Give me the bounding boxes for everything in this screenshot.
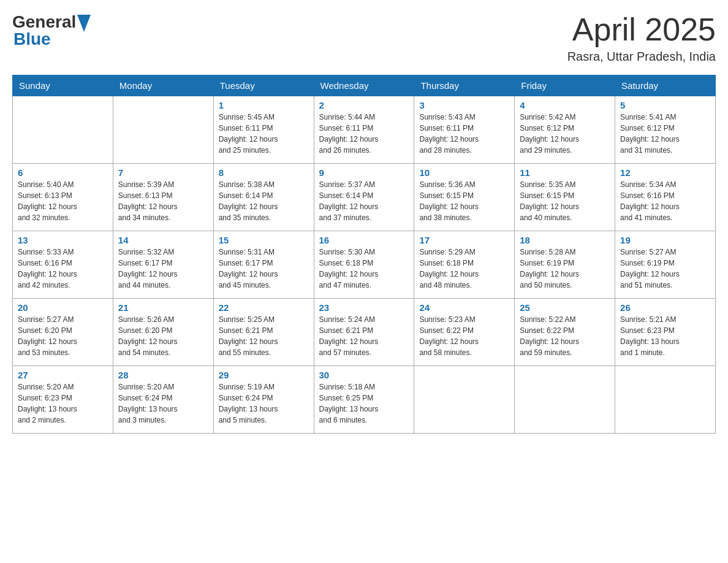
calendar-cell: 4Sunrise: 5:42 AM Sunset: 6:12 PM Daylig… [515, 96, 615, 164]
logo-triangle-icon [77, 15, 91, 32]
day-number: 3 [419, 100, 509, 110]
calendar-cell: 18Sunrise: 5:28 AM Sunset: 6:19 PM Dayli… [515, 231, 615, 299]
calendar-cell: 6Sunrise: 5:40 AM Sunset: 6:13 PM Daylig… [13, 164, 113, 231]
day-info: Sunrise: 5:44 AM Sunset: 6:11 PM Dayligh… [319, 112, 409, 156]
calendar-title: April 2025 [567, 12, 716, 47]
day-number: 27 [18, 370, 108, 380]
calendar-cell: 24Sunrise: 5:23 AM Sunset: 6:22 PM Dayli… [414, 299, 515, 366]
day-info: Sunrise: 5:22 AM Sunset: 6:22 PM Dayligh… [520, 314, 610, 358]
day-info: Sunrise: 5:21 AM Sunset: 6:23 PM Dayligh… [620, 314, 710, 358]
day-info: Sunrise: 5:35 AM Sunset: 6:15 PM Dayligh… [520, 179, 610, 223]
day-number: 19 [620, 235, 710, 245]
day-number: 22 [219, 302, 309, 313]
week-row-4: 20Sunrise: 5:27 AM Sunset: 6:20 PM Dayli… [13, 299, 716, 366]
calendar-cell [13, 96, 113, 164]
calendar-cell: 1Sunrise: 5:45 AM Sunset: 6:11 PM Daylig… [213, 96, 314, 164]
day-info: Sunrise: 5:25 AM Sunset: 6:21 PM Dayligh… [219, 314, 309, 358]
day-info: Sunrise: 5:31 AM Sunset: 6:17 PM Dayligh… [219, 247, 309, 291]
day-info: Sunrise: 5:40 AM Sunset: 6:13 PM Dayligh… [18, 179, 108, 223]
column-header-friday: Friday [515, 75, 615, 96]
column-header-thursday: Thursday [414, 75, 515, 96]
day-info: Sunrise: 5:28 AM Sunset: 6:19 PM Dayligh… [520, 247, 610, 291]
day-info: Sunrise: 5:38 AM Sunset: 6:14 PM Dayligh… [219, 179, 309, 223]
day-info: Sunrise: 5:43 AM Sunset: 6:11 PM Dayligh… [419, 112, 509, 156]
calendar-header: SundayMondayTuesdayWednesdayThursdayFrid… [13, 75, 716, 96]
day-number: 1 [219, 100, 309, 110]
day-number: 7 [118, 167, 208, 178]
calendar-cell: 19Sunrise: 5:27 AM Sunset: 6:19 PM Dayli… [615, 231, 716, 299]
day-info: Sunrise: 5:33 AM Sunset: 6:16 PM Dayligh… [18, 247, 108, 291]
title-block: April 2025 Rasra, Uttar Pradesh, India [567, 12, 716, 64]
day-info: Sunrise: 5:34 AM Sunset: 6:16 PM Dayligh… [620, 179, 710, 223]
calendar-cell: 12Sunrise: 5:34 AM Sunset: 6:16 PM Dayli… [615, 164, 716, 231]
calendar-cell: 7Sunrise: 5:39 AM Sunset: 6:13 PM Daylig… [113, 164, 213, 231]
day-number: 26 [620, 302, 710, 313]
day-number: 20 [18, 302, 108, 313]
day-info: Sunrise: 5:18 AM Sunset: 6:25 PM Dayligh… [319, 381, 409, 426]
day-info: Sunrise: 5:27 AM Sunset: 6:19 PM Dayligh… [620, 247, 710, 291]
column-header-sunday: Sunday [13, 75, 113, 96]
day-number: 4 [520, 100, 610, 110]
calendar-cell: 25Sunrise: 5:22 AM Sunset: 6:22 PM Dayli… [515, 299, 615, 366]
day-info: Sunrise: 5:32 AM Sunset: 6:17 PM Dayligh… [118, 247, 208, 291]
calendar-cell [113, 96, 213, 164]
calendar-cell: 13Sunrise: 5:33 AM Sunset: 6:16 PM Dayli… [13, 231, 113, 299]
day-number: 10 [419, 167, 509, 178]
day-number: 28 [118, 370, 208, 380]
column-header-wednesday: Wednesday [314, 75, 414, 96]
logo-blue-text: Blue [13, 29, 51, 49]
calendar-cell: 26Sunrise: 5:21 AM Sunset: 6:23 PM Dayli… [615, 299, 716, 366]
day-info: Sunrise: 5:45 AM Sunset: 6:11 PM Dayligh… [219, 112, 309, 156]
day-info: Sunrise: 5:23 AM Sunset: 6:22 PM Dayligh… [419, 314, 509, 358]
calendar-table: SundayMondayTuesdayWednesdayThursdayFrid… [12, 75, 716, 434]
week-row-2: 6Sunrise: 5:40 AM Sunset: 6:13 PM Daylig… [13, 164, 716, 231]
calendar-cell: 5Sunrise: 5:41 AM Sunset: 6:12 PM Daylig… [615, 96, 716, 164]
day-number: 14 [118, 235, 208, 245]
calendar-cell: 9Sunrise: 5:37 AM Sunset: 6:14 PM Daylig… [314, 164, 414, 231]
day-info: Sunrise: 5:41 AM Sunset: 6:12 PM Dayligh… [620, 112, 710, 156]
calendar-cell: 10Sunrise: 5:36 AM Sunset: 6:15 PM Dayli… [414, 164, 515, 231]
day-number: 16 [319, 235, 409, 245]
day-info: Sunrise: 5:36 AM Sunset: 6:15 PM Dayligh… [419, 179, 509, 223]
calendar-cell: 22Sunrise: 5:25 AM Sunset: 6:21 PM Dayli… [213, 299, 314, 366]
calendar-cell: 28Sunrise: 5:20 AM Sunset: 6:24 PM Dayli… [113, 366, 213, 434]
day-info: Sunrise: 5:26 AM Sunset: 6:20 PM Dayligh… [118, 314, 208, 358]
day-info: Sunrise: 5:20 AM Sunset: 6:24 PM Dayligh… [118, 381, 208, 426]
day-number: 12 [620, 167, 710, 178]
svg-marker-0 [77, 15, 91, 32]
calendar-cell: 11Sunrise: 5:35 AM Sunset: 6:15 PM Dayli… [515, 164, 615, 231]
day-info: Sunrise: 5:29 AM Sunset: 6:18 PM Dayligh… [419, 247, 509, 291]
day-number: 29 [219, 370, 309, 380]
day-info: Sunrise: 5:24 AM Sunset: 6:21 PM Dayligh… [319, 314, 409, 358]
calendar-body: 1Sunrise: 5:45 AM Sunset: 6:11 PM Daylig… [13, 96, 716, 434]
day-number: 11 [520, 167, 610, 178]
day-info: Sunrise: 5:20 AM Sunset: 6:23 PM Dayligh… [18, 381, 108, 426]
day-number: 9 [319, 167, 409, 178]
day-number: 6 [18, 167, 108, 178]
day-info: Sunrise: 5:42 AM Sunset: 6:12 PM Dayligh… [520, 112, 610, 156]
calendar-cell: 16Sunrise: 5:30 AM Sunset: 6:18 PM Dayli… [314, 231, 414, 299]
column-header-saturday: Saturday [615, 75, 716, 96]
column-header-tuesday: Tuesday [213, 75, 314, 96]
calendar-cell [414, 366, 515, 434]
page-header: General Blue April 2025 Rasra, Uttar Pra… [12, 12, 716, 64]
column-header-monday: Monday [113, 75, 213, 96]
calendar-cell [515, 366, 615, 434]
day-info: Sunrise: 5:27 AM Sunset: 6:20 PM Dayligh… [18, 314, 108, 358]
day-number: 15 [219, 235, 309, 245]
calendar-cell: 2Sunrise: 5:44 AM Sunset: 6:11 PM Daylig… [314, 96, 414, 164]
week-row-3: 13Sunrise: 5:33 AM Sunset: 6:16 PM Dayli… [13, 231, 716, 299]
calendar-cell: 21Sunrise: 5:26 AM Sunset: 6:20 PM Dayli… [113, 299, 213, 366]
day-number: 5 [620, 100, 710, 110]
calendar-cell: 17Sunrise: 5:29 AM Sunset: 6:18 PM Dayli… [414, 231, 515, 299]
week-row-1: 1Sunrise: 5:45 AM Sunset: 6:11 PM Daylig… [13, 96, 716, 164]
calendar-cell: 23Sunrise: 5:24 AM Sunset: 6:21 PM Dayli… [314, 299, 414, 366]
calendar-cell: 20Sunrise: 5:27 AM Sunset: 6:20 PM Dayli… [13, 299, 113, 366]
day-number: 24 [419, 302, 509, 313]
logo: General Blue [12, 12, 91, 49]
day-number: 18 [520, 235, 610, 245]
day-number: 25 [520, 302, 610, 313]
calendar-cell: 29Sunrise: 5:19 AM Sunset: 6:24 PM Dayli… [213, 366, 314, 434]
day-number: 8 [219, 167, 309, 178]
day-number: 17 [419, 235, 509, 245]
